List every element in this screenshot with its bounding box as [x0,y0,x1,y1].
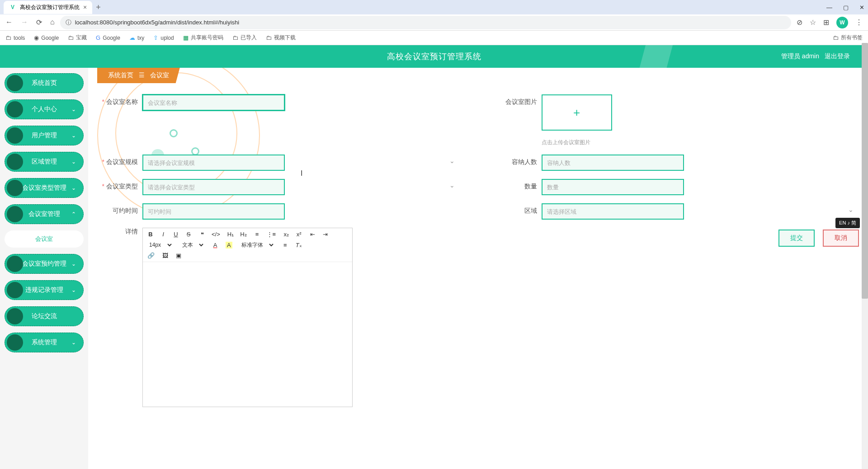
sidebar-item-profile[interactable]: 个人中心⌄ [5,99,84,119]
new-tab-button[interactable]: + [96,3,101,12]
room-scale-select[interactable] [142,155,285,171]
close-icon[interactable]: × [83,4,87,11]
bookmark-google[interactable]: ◉Google [34,34,59,41]
strikethrough-icon[interactable]: S [185,231,192,238]
folder-icon: 🗀 [833,34,839,41]
italic-icon[interactable]: I [160,231,166,238]
sidebar-item-region[interactable]: 区域管理⌄ [5,152,84,172]
chevron-down-icon: ⌄ [71,339,76,346]
clear-format-icon[interactable]: Tₓ [296,242,302,249]
cancel-button[interactable]: 取消 [823,230,859,247]
capacity-input[interactable] [542,155,684,171]
maximize-icon[interactable]: ▢ [843,4,849,11]
url-bar[interactable]: ⓘ localhost:8080/springboot6dx5g/admin/d… [60,16,791,29]
image-icon[interactable]: 🖼 [162,252,168,259]
bookmark-share[interactable]: ▦共享账号密码 [183,34,223,42]
room-name-input[interactable] [142,94,285,111]
scrollbar-thumb[interactable] [862,43,868,299]
minimize-icon[interactable]: — [826,4,832,11]
ordered-list-icon[interactable]: ≡ [254,231,260,238]
app-header: 高校会议室预订管理系统 管理员 admin 退出登录 [0,45,868,68]
reload-icon[interactable]: ⟳ [36,18,42,27]
label-room-name: *会议室名称 [97,94,138,106]
image-upload[interactable]: + [542,94,612,131]
scrollbar[interactable] [862,43,868,469]
text-style-select[interactable]: 文本 [180,241,205,249]
folder-icon: 🗀 [266,34,272,41]
cloud-icon: ☁ [129,34,135,41]
close-window-icon[interactable]: ✕ [859,4,864,11]
admin-label[interactable]: 管理员 admin [781,52,819,61]
sidebar-item-room-mgmt[interactable]: 会议室管理⌃ [5,204,84,224]
room-type-select[interactable] [142,179,285,195]
google-icon: ◉ [34,34,39,41]
editor-toolbar: B I U S ❝ </> H₁ H₂ [143,228,352,262]
chevron-down-icon: ⌄ [71,185,76,191]
available-time-input[interactable] [142,203,285,220]
indent-right-icon[interactable]: ⇥ [322,231,328,238]
region-select[interactable] [542,203,684,220]
sidebar-item-booking[interactable]: 会议室预约管理⌄ [5,254,84,274]
font-family-select[interactable]: 标准字体 [240,241,275,249]
bookmark-imported[interactable]: 🗀已导入 [232,34,257,42]
label-capacity: 容纳人数 [496,155,537,166]
bookmark-tools[interactable]: 🗀tools [5,34,25,41]
bookmark-treasure[interactable]: 🗀宝藏 [68,34,87,42]
translate-icon[interactable]: ⊘ [797,18,802,27]
align-icon[interactable]: ≡ [282,242,288,249]
bold-icon[interactable]: B [147,231,154,238]
superscript-icon[interactable]: x² [296,231,302,238]
unordered-list-icon[interactable]: ⋮≡ [267,231,276,238]
chevron-up-icon: ⌃ [71,211,76,217]
label-quantity: 数量 [496,179,537,191]
video-icon[interactable]: ▣ [175,252,182,259]
folder-icon: 🗀 [232,34,238,41]
home-icon[interactable]: ⌂ [50,18,55,27]
h1-icon[interactable]: H₁ [227,231,234,238]
logout-link[interactable]: 退出登录 [825,52,850,61]
submit-button[interactable]: 提交 [778,230,815,247]
plus-icon: + [573,106,580,120]
sidebar-item-home[interactable]: 系统首页 [5,73,84,93]
code-icon[interactable]: </> [212,231,220,238]
bookmark-uplod[interactable]: ⇧uplod [153,34,174,41]
bookmark-video[interactable]: 🗀视频下载 [266,34,296,42]
breadcrumb-home[interactable]: 系统首页 [108,71,133,79]
quantity-input[interactable] [542,179,684,195]
bookmark-google2[interactable]: GGoogle [96,34,120,41]
quote-icon[interactable]: ❝ [199,231,205,238]
h2-icon[interactable]: H₂ [240,231,246,238]
sidebar-item-users[interactable]: 用户管理⌄ [5,126,84,145]
forward-icon[interactable]: → [21,18,28,27]
browser-tab[interactable]: V 高校会议室预订管理系统 × [4,1,92,14]
sidebar-subitem-room[interactable]: 会议室 [5,230,84,248]
breadcrumb-current: 会议室 [150,71,169,79]
star-icon[interactable]: ☆ [810,18,816,27]
upload-icon: ⇧ [153,34,158,41]
indent-left-icon[interactable]: ⇤ [309,231,316,238]
underline-icon[interactable]: U [173,231,179,238]
back-icon[interactable]: ← [5,18,13,27]
upload-hint: 点击上传会议室图片 [542,139,859,146]
editor-body[interactable] [143,262,352,407]
subscript-icon[interactable]: x₂ [283,231,289,238]
avatar[interactable]: W [836,17,848,28]
sidebar-item-forum[interactable]: 论坛交流 [5,306,84,326]
label-room-scale: *会议室规模 [97,155,138,166]
bg-color-icon[interactable]: A [226,242,232,249]
font-size-select[interactable]: 14px [147,241,173,249]
sidebar-item-room-type[interactable]: 会议室类型管理⌄ [5,178,84,198]
bookmarks-bar: 🗀tools ◉Google 🗀宝藏 GGoogle ☁txy ⇧uplod ▦… [0,31,868,45]
menu-icon[interactable]: ⋮ [855,18,863,27]
browser-tab-strip: V 高校会议室预订管理系统 × + — ▢ ✕ [0,0,868,14]
sidebar-item-system[interactable]: 系统管理⌄ [5,333,84,352]
sidebar-item-violation[interactable]: 违规记录管理⌄ [5,280,84,300]
link-icon[interactable]: 🔗 [147,252,155,259]
extensions-icon[interactable]: ⊞ [823,18,829,27]
info-icon: ⓘ [66,19,71,27]
bookmark-txy[interactable]: ☁txy [129,34,144,41]
browser-toolbar: ← → ⟳ ⌂ ⓘ localhost:8080/springboot6dx5g… [0,14,868,31]
chevron-down-icon: ⌄ [71,106,76,113]
all-bookmarks[interactable]: 🗀所有书签 [833,34,863,42]
font-color-icon[interactable]: A [212,242,218,249]
